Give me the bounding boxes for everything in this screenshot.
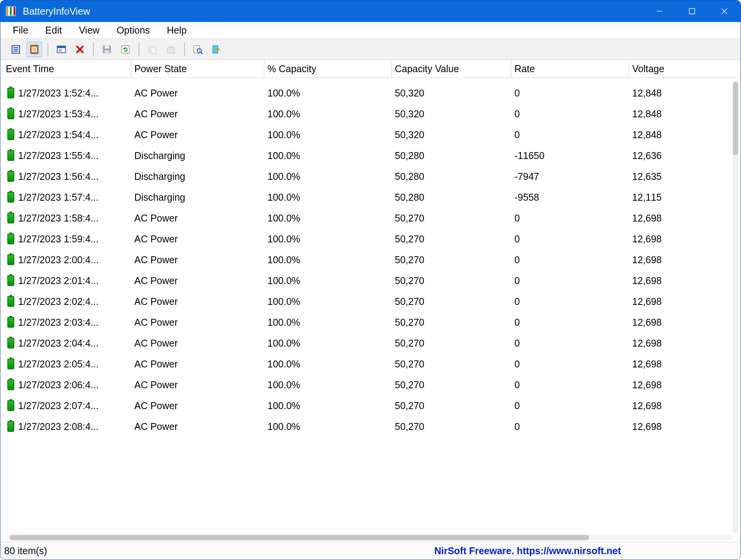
menu-edit[interactable]: Edit — [37, 22, 70, 39]
column-headers: Event Time Power State % Capacity Capaci… — [0, 60, 741, 78]
table-row[interactable]: 1/27/2023 1:54:4...AC Power100.0%50,3200… — [6, 124, 741, 145]
titlebar[interactable]: BatteryInfoView — [0, 0, 741, 22]
horizontal-scrollbar-thumb[interactable] — [10, 535, 589, 540]
cell-power-state: AC Power — [131, 296, 178, 307]
column-header-rate[interactable]: Rate — [511, 60, 629, 78]
cell-event-time: 1/27/2023 2:05:4... — [18, 359, 99, 370]
cell-capacity-value: 50,270 — [392, 275, 424, 286]
battery-icon — [7, 379, 14, 390]
column-header-event-time[interactable]: Event Time — [6, 60, 131, 78]
view-log-button[interactable] — [27, 42, 42, 57]
column-header-capacity-pct[interactable]: % Capacity — [264, 60, 392, 78]
table-row[interactable]: 1/27/2023 2:05:4...AC Power100.0%50,2700… — [6, 354, 741, 374]
cell-event-time: 1/27/2023 1:53:4... — [18, 108, 99, 120]
menu-help[interactable]: Help — [158, 22, 195, 39]
cell-power-state: AC Power — [131, 359, 178, 370]
table-row[interactable]: 1/27/2023 2:07:4...AC Power100.0%50,2700… — [6, 395, 741, 416]
cell-event-time: 1/27/2023 1:59:4... — [18, 233, 99, 245]
toolbar-separator — [93, 43, 94, 56]
cell-power-state: AC Power — [131, 338, 178, 349]
battery-icon — [7, 171, 14, 182]
table-row[interactable]: 1/27/2023 1:57:4...Discharging100.0%50,2… — [6, 187, 741, 208]
cell-voltage: 12,636 — [629, 150, 661, 161]
vertical-scrollbar[interactable] — [733, 80, 738, 533]
table-row[interactable]: 1/27/2023 2:00:4...AC Power100.0%50,2700… — [6, 249, 741, 270]
table-row[interactable]: 1/27/2023 2:02:4...AC Power100.0%50,2700… — [6, 291, 741, 312]
table-row[interactable]: 1/27/2023 1:56:4...Discharging100.0%50,2… — [6, 166, 741, 187]
refresh-button[interactable] — [118, 42, 133, 57]
cell-voltage: 12,698 — [629, 254, 661, 266]
refresh-icon — [120, 44, 130, 54]
cell-capacity-value: 50,320 — [392, 108, 424, 120]
table-row[interactable]: 1/27/2023 1:52:4...AC Power100.0%50,3200… — [6, 83, 741, 103]
table-row[interactable]: 1/27/2023 2:03:4...AC Power100.0%50,2700… — [6, 312, 741, 333]
cell-power-state: AC Power — [131, 275, 178, 286]
save-button[interactable] — [99, 42, 115, 57]
options-button[interactable] — [163, 42, 179, 57]
svg-rect-21 — [105, 50, 110, 53]
cell-event-time: 1/27/2023 1:52:4... — [18, 88, 99, 99]
table-row[interactable]: 1/27/2023 1:58:4...AC Power100.0%50,2700… — [6, 208, 741, 228]
table-row[interactable]: 1/27/2023 2:08:4...AC Power100.0%50,2700… — [6, 416, 741, 437]
column-header-power-state[interactable]: Power State — [131, 60, 264, 78]
cell-rate: 0 — [511, 275, 520, 286]
cell-rate: 0 — [511, 296, 520, 307]
view-log-icon — [29, 44, 39, 54]
cell-voltage: 12,848 — [629, 88, 661, 99]
cell-event-time: 1/27/2023 2:00:4... — [18, 254, 99, 266]
cell-voltage: 12,698 — [629, 359, 661, 370]
table-row[interactable]: 1/27/2023 1:53:4...AC Power100.0%50,3200… — [6, 103, 741, 124]
menu-file[interactable]: File — [4, 22, 37, 39]
menu-options[interactable]: Options — [108, 22, 158, 39]
cell-capacity-pct: 100.0% — [264, 421, 300, 432]
column-header-capacity-value[interactable]: Capacity Value — [392, 60, 511, 78]
cell-event-time: 1/27/2023 1:57:4... — [18, 192, 99, 203]
properties-button[interactable] — [54, 42, 69, 57]
cell-power-state: AC Power — [131, 379, 178, 391]
table-row[interactable]: 1/27/2023 2:06:4...AC Power100.0%50,2700… — [6, 374, 741, 395]
cell-voltage: 12,698 — [629, 233, 661, 245]
menu-view[interactable]: View — [70, 22, 108, 39]
cell-capacity-value: 50,280 — [392, 192, 424, 203]
minimize-button[interactable] — [643, 0, 676, 22]
table-row[interactable]: 1/27/2023 1:59:4...AC Power100.0%50,2700… — [6, 228, 741, 249]
cell-rate: 0 — [511, 379, 520, 391]
column-header-voltage[interactable]: Voltage — [629, 60, 741, 78]
delete-button[interactable] — [72, 42, 88, 57]
cell-event-time: 1/27/2023 1:54:4... — [18, 129, 99, 140]
maximize-button[interactable] — [676, 0, 708, 22]
status-link[interactable]: NirSoft Freeware. https://www.nirsoft.ne… — [434, 545, 737, 557]
find-button[interactable] — [190, 42, 206, 57]
battery-icon — [7, 400, 14, 411]
table-row[interactable]: 1/27/2023 2:01:4...AC Power100.0%50,2700… — [6, 270, 741, 291]
svg-rect-25 — [151, 47, 156, 53]
battery-icon — [7, 338, 14, 349]
copy-button[interactable] — [145, 42, 160, 57]
cell-rate: -9558 — [511, 192, 539, 203]
battery-icon — [7, 88, 14, 98]
cell-capacity-value: 50,270 — [392, 421, 424, 432]
cell-voltage: 12,635 — [629, 171, 661, 182]
window-title: BatteryInfoView — [23, 6, 90, 17]
cell-power-state: AC Power — [131, 129, 178, 140]
cell-power-state: AC Power — [131, 317, 178, 328]
table-row[interactable]: 1/27/2023 1:55:4...Discharging100.0%50,2… — [6, 145, 741, 166]
cell-power-state: AC Power — [131, 421, 178, 432]
cell-power-state: AC Power — [131, 400, 178, 411]
delete-icon — [75, 44, 85, 54]
cell-power-state: AC Power — [131, 213, 178, 224]
exit-button[interactable] — [209, 42, 224, 57]
rows-container[interactable]: 1/27/2023 1:52:4...AC Power100.0%50,3200… — [0, 78, 741, 542]
view-info-button[interactable] — [8, 42, 24, 57]
table-row[interactable]: 1/27/2023 2:04:4...AC Power100.0%50,2700… — [6, 333, 741, 354]
cell-capacity-value: 50,270 — [392, 213, 424, 224]
cell-capacity-pct: 100.0% — [264, 338, 300, 349]
horizontal-scrollbar[interactable] — [8, 535, 732, 540]
cell-capacity-pct: 100.0% — [264, 213, 300, 224]
close-button[interactable] — [708, 0, 741, 22]
cell-rate: 0 — [511, 317, 520, 328]
svg-rect-1 — [689, 8, 695, 14]
svg-marker-27 — [169, 46, 174, 47]
vertical-scrollbar-thumb[interactable] — [733, 82, 738, 155]
battery-icon — [7, 317, 14, 328]
